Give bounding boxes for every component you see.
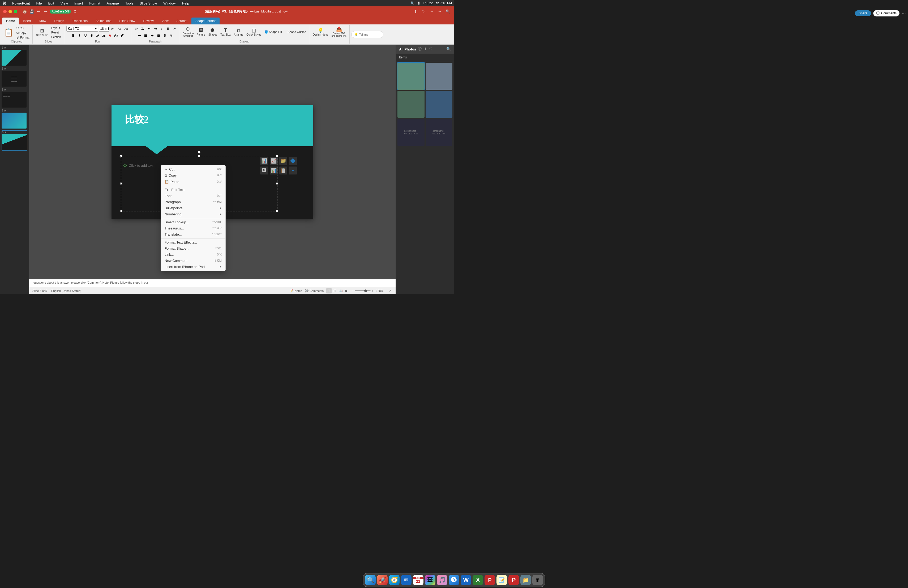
ctx-thesaurus[interactable]: Thesaurus... ^⌥⌘R bbox=[161, 225, 225, 231]
tab-transitions[interactable]: Transitions bbox=[68, 18, 92, 24]
slide-thumb-2[interactable]: 2 ★ — —— —— — bbox=[2, 67, 27, 87]
design-ideas-button[interactable]: 💡 Design Ideas bbox=[311, 27, 330, 37]
search-icon[interactable]: 🔍 bbox=[411, 1, 414, 5]
handle-tc[interactable] bbox=[198, 155, 200, 157]
font-color-button[interactable]: A bbox=[107, 33, 113, 39]
tab-acrobat[interactable]: Acrobat bbox=[172, 18, 192, 24]
numbering-button[interactable]: 1. bbox=[140, 26, 145, 32]
panel-info-icon[interactable]: ⓘ bbox=[418, 47, 422, 52]
menu-view[interactable]: View bbox=[59, 1, 69, 6]
text-case-button[interactable]: Aa bbox=[113, 33, 119, 39]
undo-icon[interactable]: ↩ bbox=[36, 9, 41, 14]
slide-grid-icon-7[interactable]: 📋 bbox=[279, 166, 287, 174]
screenshot-item-2[interactable]: screenshot07..2.20 AM bbox=[426, 119, 453, 146]
minimize-button[interactable] bbox=[8, 10, 12, 13]
align-center-button[interactable]: ☰ bbox=[143, 33, 149, 39]
ctx-format-shape[interactable]: Format Shape... ⇧⌘1 bbox=[161, 245, 225, 251]
tab-home[interactable]: Home bbox=[2, 18, 19, 24]
ctx-copy[interactable]: ⧉ Copy ⌘C bbox=[161, 172, 225, 179]
section-button[interactable]: Section bbox=[50, 35, 63, 39]
zoom-out-icon[interactable]: − bbox=[352, 289, 353, 292]
menu-help[interactable]: Help bbox=[180, 1, 191, 6]
slideshow-view-button[interactable]: ▶ bbox=[344, 288, 349, 293]
handle-ml[interactable] bbox=[120, 182, 122, 185]
slide-grid-icon-5[interactable]: 🖼 bbox=[260, 166, 268, 174]
subscript-button[interactable]: x₂ bbox=[101, 33, 107, 39]
ctx-numbering[interactable]: Numbering ▶ bbox=[161, 211, 225, 217]
ctx-insert-iphone[interactable]: Insert from iPhone or iPad ▶ bbox=[161, 264, 225, 270]
copy-button[interactable]: ⧉ Copy bbox=[15, 31, 31, 35]
menu-window[interactable]: Window bbox=[162, 1, 177, 6]
align-left-button[interactable]: ⬅ bbox=[137, 33, 142, 39]
align-right-button[interactable]: ➡ bbox=[149, 33, 155, 39]
menu-arrange[interactable]: Arrange bbox=[105, 1, 120, 6]
photo-item-3[interactable] bbox=[398, 91, 425, 118]
justify-button[interactable]: ⊟ bbox=[156, 33, 161, 39]
layout-button[interactable]: Layout bbox=[50, 26, 63, 30]
text-box-button[interactable]: T Text Box bbox=[219, 27, 232, 37]
ctx-exit-edit[interactable]: Exit Edit Text bbox=[161, 187, 225, 193]
menu-insert[interactable]: Insert bbox=[73, 1, 85, 6]
shape-outline-button[interactable]: □ Shape Outline bbox=[284, 30, 307, 34]
menu-file[interactable]: File bbox=[34, 1, 43, 6]
superscript-button[interactable]: x² bbox=[95, 33, 101, 39]
save-icon[interactable]: 💾 bbox=[29, 9, 34, 14]
photo-item-2[interactable] bbox=[426, 63, 453, 90]
slide-grid-icon-4[interactable]: 🔷 bbox=[289, 157, 297, 165]
ctx-new-comment[interactable]: New Comment ⇧⌘M bbox=[161, 258, 225, 264]
slide-thumb-3[interactable]: 3 ★ — — —— — — bbox=[2, 88, 27, 108]
grid-view-button[interactable]: ⊟ bbox=[332, 288, 337, 293]
quick-styles-button[interactable]: ◫ Quick Styles bbox=[245, 27, 262, 37]
bullets-button[interactable]: ≡• bbox=[133, 26, 139, 32]
tab-insert[interactable]: Insert bbox=[19, 18, 35, 24]
new-slide-button[interactable]: ⊞ New Slide bbox=[35, 27, 49, 37]
create-pdf-button[interactable]: 📤 Create PDFand share link bbox=[330, 26, 348, 38]
notes-button[interactable]: 📝 Notes bbox=[290, 289, 302, 292]
text-shadow-button[interactable]: S bbox=[162, 33, 168, 39]
custom-icon[interactable]: ⚙ bbox=[72, 9, 78, 14]
increase-indent-button[interactable]: ⇥ bbox=[152, 26, 158, 32]
menu-format[interactable]: Format bbox=[88, 1, 102, 6]
strikethrough-button[interactable]: S bbox=[89, 33, 95, 39]
tab-shape-format[interactable]: Shape Format bbox=[192, 18, 220, 24]
ctx-smart-lookup[interactable]: Smart Lookup... ^⌥⌘L bbox=[161, 219, 225, 225]
ctx-link[interactable]: Link... ⌘K bbox=[161, 251, 225, 258]
panel-heart-icon[interactable]: ♡ bbox=[429, 47, 433, 52]
close-button[interactable] bbox=[3, 10, 6, 13]
tab-review[interactable]: Review bbox=[139, 18, 158, 24]
slide-grid-icon-3[interactable]: 📁 bbox=[279, 157, 287, 165]
redo-icon[interactable]: ↪ bbox=[43, 9, 48, 14]
ctx-paragraph[interactable]: Paragraph... ⌥⌘M bbox=[161, 199, 225, 205]
apple-logo-icon[interactable]: ⌘ bbox=[2, 1, 6, 6]
photo-item-4[interactable] bbox=[426, 91, 453, 118]
ctx-cut[interactable]: ✂ Cut ⌘X bbox=[161, 166, 225, 172]
forward-icon[interactable]: → bbox=[436, 8, 443, 14]
menu-powerpoint[interactable]: PowerPoint bbox=[11, 1, 31, 6]
text-size-fit-button[interactable]: ⤡ bbox=[168, 33, 174, 39]
panel-share-icon[interactable]: ⬆ bbox=[424, 47, 427, 52]
font-size-decrease-button[interactable]: A↓ bbox=[116, 27, 122, 31]
slide-grid-icon-2[interactable]: 📈 bbox=[270, 157, 278, 165]
maximize-button[interactable] bbox=[14, 10, 17, 13]
format-paint-button[interactable]: 🖌 Format bbox=[15, 35, 31, 40]
magnify-icon[interactable]: 🔍 bbox=[444, 8, 451, 14]
comments-status-button[interactable]: 💬 Comments bbox=[305, 289, 324, 292]
shape-fill-button[interactable]: 🪣 Shape Fill bbox=[263, 30, 283, 34]
tab-animations[interactable]: Animations bbox=[92, 18, 115, 24]
normal-view-button[interactable]: ⊞ bbox=[326, 288, 332, 293]
arrange-button[interactable]: ⧈ Arrange bbox=[233, 27, 245, 37]
picture-button[interactable]: 🖼 Picture bbox=[195, 27, 206, 37]
tell-me-input[interactable]: 💡 bbox=[351, 31, 383, 38]
panel-back-icon[interactable]: ← bbox=[435, 47, 438, 52]
zoom-slider[interactable] bbox=[355, 290, 370, 292]
paste-button[interactable]: 📋 bbox=[3, 28, 14, 37]
line-spacing-button[interactable]: ↕ bbox=[159, 26, 164, 32]
tell-me-textfield[interactable] bbox=[359, 33, 380, 36]
menu-tools[interactable]: Tools bbox=[124, 1, 135, 6]
clear-formatting-button[interactable]: Aa bbox=[123, 27, 129, 31]
tab-view[interactable]: View bbox=[158, 18, 172, 24]
ctx-bulletpoints[interactable]: Bulletpoints ▶ bbox=[161, 205, 225, 211]
share-titlebar-icon[interactable]: ⬆ bbox=[412, 8, 419, 14]
zoom-slider-thumb[interactable] bbox=[364, 290, 367, 292]
convert-smartart-button[interactable]: ⬡ Convert toSmartArt bbox=[181, 26, 195, 38]
